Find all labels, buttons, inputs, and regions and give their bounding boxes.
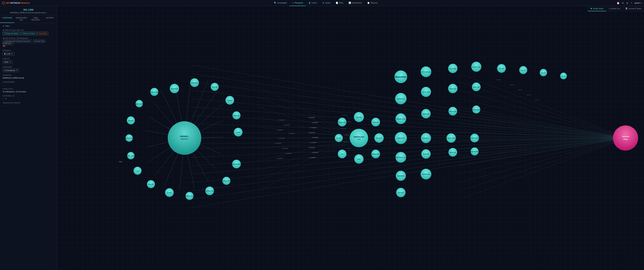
svg-text:is named: is named — [278, 119, 284, 121]
svg-line-11 — [191, 99, 627, 138]
svg-text:OUTLOOK.exe: OUTLOOK.exe — [421, 71, 431, 73]
svg-text:has file: has file — [535, 99, 539, 101]
tab-history[interactable]: HISTORY — [42, 15, 57, 23]
svg-text:has file: has file — [510, 84, 514, 86]
nav-reports[interactable]: 📋 Reports — [364, 0, 380, 6]
svg-text:is named: is named — [278, 138, 284, 139]
nav-dashboard[interactable]: 📊 Dashboard — [346, 0, 364, 6]
view-tab-journal-tasks[interactable]: 📓 Journal & Tasks — [622, 6, 644, 11]
tab-indicators[interactable]: INDICATORS (31) — [14, 15, 28, 23]
view-tab-nodal-graph[interactable]: ◉ Nodal Graph — [588, 6, 606, 11]
priority-label: PRIORITY — [3, 50, 54, 52]
mitre-section-header[interactable]: ▼ Mitre — [3, 25, 54, 27]
svg-text:is named: is named — [312, 122, 318, 123]
tab-overview[interactable]: OVERVIEW — [0, 15, 14, 23]
svg-text:Jasmine: Jasmine — [622, 136, 629, 138]
svg-text:taskList.exe: taskList.exe — [150, 91, 158, 93]
message-icon[interactable]: ✉ — [622, 2, 624, 4]
svg-line-35 — [460, 138, 627, 191]
svg-text:is named: is named — [284, 124, 290, 126]
svg-text:is named: is named — [342, 114, 348, 116]
svg-text:sc.exe: sc.exe — [167, 192, 172, 194]
svg-point-143 — [350, 129, 368, 147]
svg-text:is named: is named — [288, 132, 294, 134]
assignee-badge[interactable]: (Unassigned) ▼ — [3, 69, 19, 72]
events-list-icon: ≡ — [609, 8, 610, 10]
svg-text:node: node — [357, 138, 360, 140]
svg-line-10 — [191, 138, 627, 166]
status-control[interactable]: NEW ▼ — [3, 60, 54, 64]
svg-text:tcompat.v...: tcompat.v... — [422, 137, 430, 139]
gear-icon[interactable]: ⚙ — [626, 2, 628, 4]
tab-find-related[interactable]: FIND RELATED — [28, 15, 43, 23]
svg-text:AppStation: AppStation — [397, 175, 404, 177]
status-dropdown-icon: ▼ — [10, 61, 11, 63]
nav-files[interactable]: 📄 Files — [333, 0, 346, 6]
svg-text:BabylonHelper: BabylonHelper — [395, 76, 407, 78]
svg-text:is named: is named — [312, 152, 318, 153]
files-icon: 📄 — [336, 2, 338, 4]
admin-menu[interactable]: admin ∨ — [634, 2, 642, 4]
tactic-execution[interactable]: Execution — [38, 32, 48, 35]
svg-line-26 — [460, 116, 627, 138]
svg-text:hostname: hostname — [191, 82, 198, 84]
assignee-value: (Unassigned) — [4, 69, 15, 71]
svg-text:is named: is named — [310, 127, 316, 128]
logo-icon: N — [2, 2, 5, 4]
svg-text:iagent.exe: iagent.exe — [398, 137, 404, 139]
svg-text:net_helper: net_helper — [449, 68, 456, 70]
assignee-dropdown-icon: ▼ — [16, 70, 18, 71]
nav-hosts[interactable]: 🖥 Hosts — [320, 0, 333, 6]
sidebar-overview-content: ▼ Mitre MITRE ATT&CK TACTICS Privilege E… — [0, 23, 57, 108]
svg-text:is named: is named — [309, 147, 315, 148]
svg-text:services: services — [376, 137, 382, 139]
incident-title: NetWitness UEBA (Cloud) for jasmine king… — [3, 12, 54, 14]
external-id-edit-icon[interactable]: ✏ — [5, 98, 7, 100]
main-layout: INC-1489 NetWitness UEBA (Cloud) for jas… — [0, 6, 644, 270]
logo: N NETWITNESS Platform — [2, 2, 30, 4]
view-tab-events-list[interactable]: ≡ Events List — [606, 6, 622, 11]
svg-line-65 — [258, 138, 359, 181]
svg-text:netstat.exe: netstat.exe — [223, 180, 230, 182]
status-label: STATUS — [3, 58, 54, 60]
catalysts-value: 31 Indicator(s), 121 Event(s) — [3, 90, 54, 93]
svg-text:CumDex.exe: CumDex.exe — [472, 109, 480, 110]
svg-text:netsh: netsh — [236, 132, 240, 133]
graph-svg: BabylonHelper OUTLOOK.exe net_helper svc… — [57, 6, 644, 270]
help-icon[interactable]: ? — [631, 2, 632, 4]
svg-text:ipjquery.exe: ipjquery.exe — [135, 103, 143, 105]
svg-text:has file: has file — [499, 68, 504, 70]
svg-text:net: net — [341, 153, 343, 155]
svg-text:systeminfo: systeminfo — [171, 88, 178, 90]
persisted-status-value: – — [3, 104, 54, 106]
svg-line-16 — [191, 138, 627, 191]
svg-text:tree: tree — [119, 160, 122, 162]
svg-text:AprilEx.exe: AprilEx.exe — [397, 98, 404, 100]
svg-text:butll.exe: butll.exe — [373, 122, 378, 123]
svg-line-14 — [191, 138, 627, 182]
svg-line-28 — [460, 132, 627, 138]
svg-text:AppClientDvr: AppClientDvr — [470, 151, 479, 152]
nav-respond[interactable]: ↩ Respond — [290, 0, 306, 6]
edit-title-icon[interactable]: ✏ — [46, 12, 47, 14]
categories-label: CATEGORIES — [3, 81, 54, 83]
nav-users[interactable]: 👤 Users — [306, 0, 320, 6]
svg-text:sc.exe: sc.exe — [337, 137, 341, 139]
tactic-privilege-escalation[interactable]: Privilege Escalation — [3, 32, 20, 35]
incident-id: INC-1489 — [3, 8, 54, 11]
categories-value: – — [3, 84, 54, 86]
investigate-icon: 🔍 — [274, 2, 276, 4]
right-panel: ◉ Nodal Graph ≡ Events List 📓 Journal & … — [57, 6, 644, 270]
nav-investigate[interactable]: 🔍 Investigate — [271, 0, 290, 6]
graph-canvas[interactable]: BabylonHelper OUTLOOK.exe net_helper svc… — [57, 6, 644, 270]
nodal-graph-icon: ◉ — [590, 8, 592, 10]
assignee-control[interactable]: (Unassigned) ▼ — [3, 69, 54, 72]
clock-icon[interactable]: ⏰ — [617, 2, 620, 4]
priority-badge[interactable]: LOW ▼ — [3, 52, 14, 56]
svg-text:frontIt.exe: frontIt.exe — [450, 88, 456, 90]
priority-dot — [4, 53, 6, 54]
tactic-defense-evasion[interactable]: Defense Evasion — [21, 32, 37, 35]
status-badge[interactable]: NEW ▼ — [3, 60, 12, 64]
priority-control[interactable]: LOW ▼ — [3, 52, 54, 56]
svg-line-9 — [191, 107, 627, 138]
